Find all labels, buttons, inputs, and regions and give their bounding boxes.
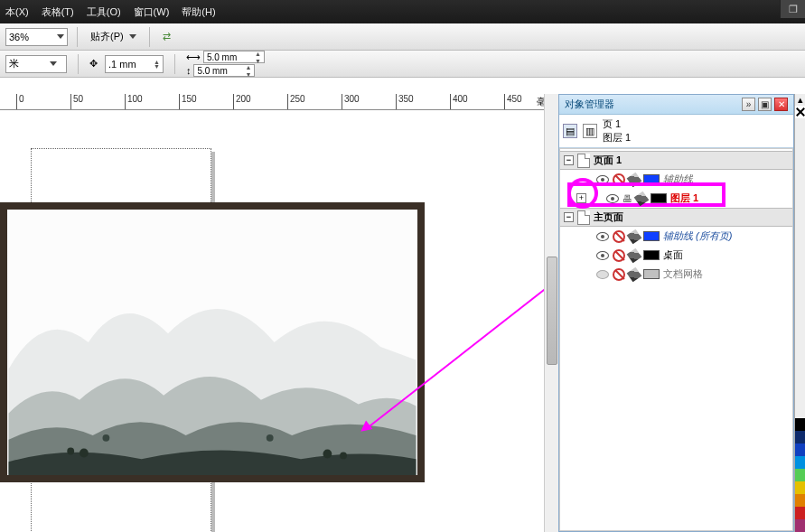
window-controls: ❐ [780, 0, 805, 18]
page-node[interactable]: − 页面 1 [560, 151, 792, 170]
docker-area: 对象管理器 » ▣ ✕ ▤ ▥ 页 1 图层 1 − 页面 1 [558, 94, 805, 532]
property-bar: ✥ ▲▼ ⟷ ▲▼ ↕ ▲▼ [0, 51, 805, 78]
units-input[interactable] [9, 59, 47, 70]
svg-point-3 [323, 450, 332, 459]
panel-title: 对象管理器 [565, 98, 742, 111]
menu-help[interactable]: 帮助(H) [182, 5, 215, 19]
zoom-input[interactable] [9, 32, 54, 42]
svg-point-4 [340, 453, 347, 460]
panel-header-row: ▤ ▥ 页 1 图层 1 [559, 115, 793, 148]
separator [78, 54, 79, 74]
color-swatch[interactable] [795, 519, 805, 532]
color-swatch[interactable] [795, 418, 805, 431]
menu-table[interactable]: 表格(T) [42, 5, 74, 19]
close-button[interactable]: ✕ [774, 98, 788, 111]
vertical-scrollbar[interactable] [544, 94, 558, 532]
collapse-button[interactable]: ▣ [758, 98, 772, 111]
placed-image[interactable] [0, 202, 425, 482]
dx-icon: ⟷ [186, 51, 201, 63]
page-icon [577, 210, 590, 225]
collapse-icon[interactable]: − [564, 155, 574, 165]
layer-row[interactable]: 桌面 [560, 246, 792, 265]
chevron-down-icon [50, 61, 57, 66]
menu-bar: 本(X) 表格(T) 工具(O) 窗口(W) 帮助(H) ❐ [0, 0, 805, 23]
object-tree[interactable]: − 页面 1 辅助线 + 🖶 图层 1 [559, 148, 793, 531]
lock-icon[interactable] [613, 230, 625, 243]
print-icon[interactable] [627, 266, 642, 282]
panel-titlebar[interactable]: 对象管理器 » ▣ ✕ [559, 95, 793, 115]
ruler-tick: 200 [233, 94, 251, 110]
duplicate-distance: ⟷ ▲▼ ↕ ▲▼ [186, 51, 265, 77]
horizontal-ruler[interactable]: 0 50 100 150 200 250 300 350 400 450 毫米 [0, 94, 558, 110]
svg-point-5 [102, 434, 109, 442]
no-color-swatch[interactable] [795, 106, 805, 118]
print-icon[interactable] [627, 247, 642, 263]
expand-button[interactable]: » [742, 98, 755, 111]
zoom-combo[interactable] [5, 28, 68, 46]
svg-point-1 [67, 448, 74, 455]
layer-row[interactable]: 辅助线 (所有页) [560, 227, 792, 246]
layer-name: 桌面 [663, 248, 683, 262]
svg-point-6 [267, 434, 274, 442]
color-swatch[interactable] [795, 469, 805, 481]
color-swatch[interactable] [643, 250, 660, 260]
pages-icon[interactable]: ▥ [583, 124, 597, 138]
lock-icon[interactable] [613, 268, 625, 281]
color-swatch[interactable] [795, 481, 805, 494]
color-swatch[interactable] [795, 507, 805, 519]
color-swatch[interactable] [795, 494, 805, 507]
object-manager-panel: 对象管理器 » ▣ ✕ ▤ ▥ 页 1 图层 1 − 页面 1 [558, 94, 794, 532]
page-name: 页面 1 [594, 154, 622, 167]
ruler-tick: 400 [450, 94, 468, 110]
dx-field[interactable]: ▲▼ [203, 51, 265, 63]
ruler-tick: 100 [125, 94, 143, 110]
color-swatch[interactable] [795, 431, 805, 443]
dy-field[interactable]: ▲▼ [193, 64, 255, 77]
dx-input[interactable] [207, 51, 252, 62]
page-name: 主页面 [594, 210, 623, 224]
visibility-icon[interactable] [596, 251, 609, 260]
scrollbar-thumb[interactable] [547, 257, 557, 365]
page-icon [577, 154, 590, 168]
ruler-tick: 50 [70, 94, 83, 110]
menu-window[interactable]: 窗口(W) [134, 5, 170, 19]
annotation-circle [567, 178, 598, 209]
menu-text[interactable]: 本(X) [5, 5, 29, 19]
nudge-input[interactable] [108, 59, 154, 70]
menu-tools[interactable]: 工具(O) [87, 5, 121, 19]
window-restore-button[interactable]: ❐ [780, 0, 805, 18]
color-swatch[interactable] [643, 269, 660, 279]
chevron-down-icon [57, 34, 64, 39]
color-swatch[interactable] [643, 231, 660, 241]
snap-button[interactable]: 贴齐(P) [87, 28, 140, 45]
dy-input[interactable] [197, 65, 242, 76]
spinner-icon[interactable]: ▲▼ [154, 60, 160, 69]
separator [149, 27, 150, 47]
master-page-node[interactable]: − 主页面 [560, 208, 792, 227]
color-swatch[interactable] [795, 456, 805, 469]
options-button[interactable]: ⇄ [159, 29, 174, 44]
layer-view-icon[interactable]: ▤ [563, 124, 577, 138]
standard-toolbar: 贴齐(P) ⇄ [0, 23, 805, 51]
ruler-tick: 350 [396, 94, 414, 110]
ruler-tick: 250 [287, 94, 305, 110]
document-canvas[interactable]: 0 50 100 150 200 250 300 350 400 450 毫米 [0, 94, 558, 532]
layer-name: 辅助线 (所有页) [663, 229, 732, 243]
color-swatch[interactable] [795, 443, 805, 456]
current-page-label: 页 1 [603, 117, 631, 131]
separator [174, 54, 175, 74]
visibility-off-icon[interactable] [596, 270, 609, 279]
collapse-icon[interactable]: − [564, 212, 574, 222]
lock-icon[interactable] [613, 249, 625, 262]
svg-point-2 [80, 449, 89, 458]
ruler-tick: 150 [179, 94, 197, 110]
visibility-icon[interactable] [596, 232, 609, 241]
ruler-tick: 450 [504, 94, 522, 110]
layer-row[interactable]: 文档网格 [560, 265, 792, 284]
units-combo[interactable] [5, 55, 67, 73]
print-icon[interactable] [627, 229, 642, 244]
color-palette[interactable]: ▴ [794, 94, 805, 532]
nudge-field[interactable]: ▲▼ [105, 55, 164, 73]
visibility-icon[interactable] [606, 194, 619, 203]
scroll-up-icon[interactable]: ▴ [795, 94, 805, 106]
